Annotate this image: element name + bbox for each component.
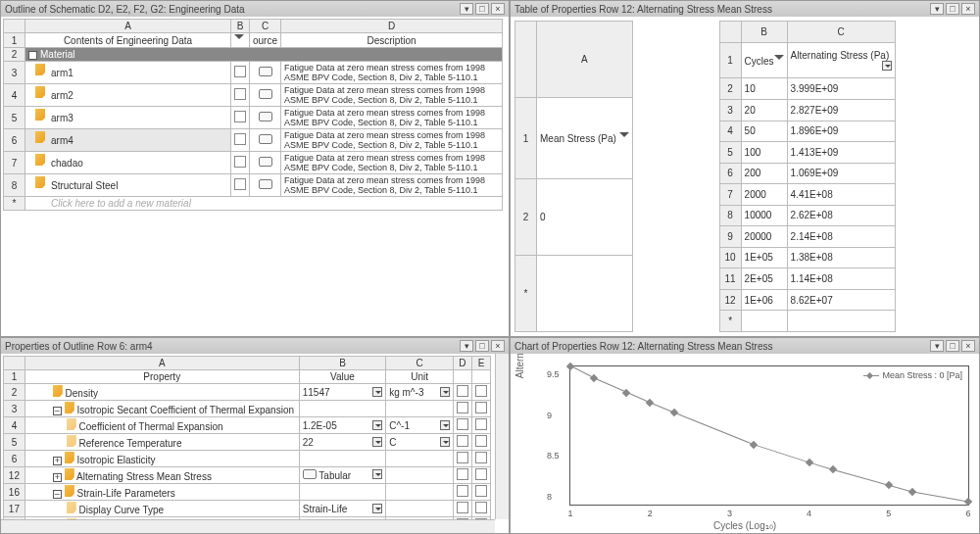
checkbox[interactable] — [457, 502, 468, 513]
dropdown-icon[interactable] — [372, 504, 382, 513]
description-cell[interactable]: Fatigue Data at zero mean stress comes f… — [281, 152, 503, 174]
cycles-cell[interactable]: 1E+06 — [741, 289, 787, 311]
material-cell[interactable]: chadao — [25, 152, 231, 174]
cycles-cell[interactable]: 10000 — [741, 205, 787, 226]
cycles-cell[interactable]: 10 — [741, 78, 787, 100]
checkbox[interactable] — [457, 485, 468, 497]
dropdown-icon[interactable] — [440, 420, 450, 430]
properties-header[interactable]: Properties of Outline Row 6: arm4 ▾ □ × — [1, 338, 509, 354]
scrollbar-horizontal[interactable] — [1, 519, 495, 533]
description-cell[interactable]: Fatigue Data at zero mean stress comes f… — [281, 62, 503, 84]
dropdown-icon[interactable]: ▾ — [930, 340, 944, 352]
material-cell[interactable]: arm3 — [25, 107, 231, 129]
checkbox[interactable] — [475, 502, 487, 513]
altstress-cell[interactable]: 1.38E+08 — [787, 247, 895, 268]
mean-stress-cell[interactable]: 0 — [537, 179, 633, 256]
checkbox[interactable] — [457, 452, 468, 463]
altstress-cell[interactable]: 1.069E+09 — [787, 163, 895, 184]
source-icon[interactable] — [259, 157, 272, 167]
description-cell[interactable]: Fatigue Data at zero mean stress comes f… — [281, 129, 503, 152]
chart-header[interactable]: Chart of Properties Row 12: Alternating … — [511, 338, 979, 354]
expand-icon[interactable]: + — [53, 457, 62, 465]
property-value[interactable]: 22 — [299, 434, 385, 451]
cycles-cell[interactable]: 1E+05 — [741, 247, 787, 268]
property-name[interactable]: Reference Temperature — [24, 434, 299, 451]
description-cell[interactable]: Fatigue Data at zero mean stress comes f… — [281, 107, 503, 129]
close-icon[interactable]: × — [491, 340, 505, 352]
altstress-cell[interactable]: 8.62E+07 — [787, 289, 895, 311]
meanstress-table[interactable]: A 1Mean Stress (Pa) 20 * — [514, 21, 633, 332]
property-value[interactable]: Tabular — [299, 467, 385, 484]
cycles-cell[interactable]: 20 — [741, 100, 787, 121]
tableprops-header[interactable]: Table of Properties Row 12: Alternating … — [511, 1, 979, 17]
property-unit[interactable]: C — [386, 434, 454, 451]
checkbox[interactable] — [475, 385, 487, 397]
checkbox[interactable] — [234, 133, 246, 145]
cycles-cell[interactable]: 200 — [741, 163, 787, 184]
checkbox[interactable] — [457, 468, 468, 480]
close-icon[interactable]: × — [961, 3, 975, 15]
altstress-cell[interactable]: 2.827E+09 — [787, 100, 895, 121]
dropdown-icon[interactable]: ▾ — [460, 340, 473, 352]
expand-icon[interactable]: – — [53, 490, 62, 499]
property-value[interactable]: 11547 — [299, 384, 385, 401]
checkbox[interactable] — [457, 435, 468, 447]
expand-icon[interactable]: + — [53, 473, 62, 482]
properties-table[interactable]: ABCDE 1PropertyValueUnit 2 Density11547k… — [3, 356, 491, 533]
checkbox[interactable] — [234, 111, 246, 122]
cycles-cell[interactable]: 50 — [741, 121, 787, 142]
property-value[interactable]: 1.2E-05 — [299, 417, 385, 434]
altstress-cell[interactable]: 1.413E+09 — [787, 142, 895, 164]
outline-table[interactable]: ABCD 1Contents of Engineering DataourceD… — [3, 19, 503, 211]
checkbox[interactable] — [234, 88, 246, 100]
close-icon[interactable]: × — [491, 3, 505, 15]
property-unit[interactable]: kg m^-3 — [386, 384, 454, 401]
filter-icon[interactable] — [619, 132, 629, 142]
checkbox[interactable] — [475, 468, 487, 480]
checkbox[interactable] — [234, 66, 246, 77]
filter-icon[interactable] — [234, 34, 244, 44]
dropdown-icon[interactable] — [440, 387, 450, 397]
source-icon[interactable] — [259, 67, 272, 76]
material-cell[interactable]: arm4 — [25, 129, 231, 152]
cycles-cell[interactable]: 100 — [741, 142, 787, 164]
chart-area[interactable]: Mean Stress : 0 [Pa] 12345688.599.5 — [569, 365, 969, 506]
altstress-cell[interactable]: 2.62E+08 — [787, 205, 895, 226]
cycles-cell[interactable]: 2E+05 — [741, 268, 787, 290]
scrollbar-vertical[interactable] — [495, 354, 509, 519]
altstress-cell[interactable]: 3.999E+09 — [787, 78, 895, 100]
dropdown-icon[interactable] — [882, 61, 892, 71]
property-group[interactable]: + Alternating Stress Mean Stress — [24, 467, 299, 484]
dropdown-icon[interactable] — [372, 420, 382, 430]
checkbox[interactable] — [234, 178, 246, 190]
dropdown-icon[interactable] — [372, 437, 382, 447]
filter-icon[interactable] — [774, 55, 784, 65]
material-cell[interactable]: arm1 — [25, 62, 231, 84]
cycles-cell[interactable]: 2000 — [741, 184, 787, 206]
dropdown-icon[interactable]: ▾ — [930, 3, 944, 15]
description-cell[interactable]: Fatigue Data at zero mean stress comes f… — [281, 84, 503, 107]
altstress-cell[interactable]: 4.41E+08 — [787, 184, 895, 206]
dropdown-icon[interactable] — [372, 469, 382, 479]
material-cell[interactable]: Structural Steel — [25, 174, 231, 197]
expand-icon[interactable]: – — [53, 407, 62, 415]
dropdown-icon[interactable] — [440, 437, 450, 447]
pin-icon[interactable]: □ — [946, 340, 959, 352]
pin-icon[interactable]: □ — [475, 3, 489, 15]
property-name[interactable]: Density — [24, 384, 299, 401]
property-name[interactable]: Display Curve Type — [24, 501, 299, 517]
property-group[interactable]: – Strain-Life Parameters — [24, 484, 299, 501]
checkbox[interactable] — [475, 485, 487, 497]
altstress-cell[interactable]: 1.896E+09 — [787, 121, 895, 142]
source-icon[interactable] — [259, 179, 272, 189]
checkbox[interactable] — [475, 402, 487, 413]
altstress-cell[interactable]: 1.14E+08 — [787, 268, 895, 290]
source-icon[interactable] — [259, 112, 272, 121]
source-icon[interactable] — [259, 134, 272, 144]
pin-icon[interactable]: □ — [946, 3, 959, 15]
pin-icon[interactable]: □ — [475, 340, 489, 352]
property-group[interactable]: – Isotropic Secant Coefficient of Therma… — [24, 401, 299, 417]
cycles-cell[interactable]: 20000 — [741, 226, 787, 248]
close-icon[interactable]: × — [961, 340, 975, 352]
property-name[interactable]: Coefficient of Thermal Expansion — [24, 417, 299, 434]
